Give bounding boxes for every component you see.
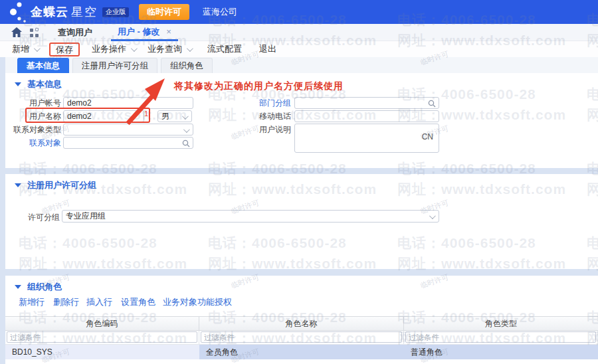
save-button-label: 保存 <box>56 45 73 54</box>
filter-input-role-name[interactable] <box>201 331 402 343</box>
table-filter-row <box>5 331 598 345</box>
license-group-label: 许可分组 <box>11 211 60 223</box>
annotation-arrow <box>118 74 173 128</box>
chevron-down-icon <box>182 113 189 120</box>
subtab-basic-info[interactable]: 基本信息 <box>17 58 69 73</box>
business-operation-button[interactable]: 业务操作 <box>92 43 136 55</box>
object-auth-button[interactable]: 业务对象功能授权 <box>163 296 232 308</box>
toolbar: 新增 保存 业务操作 业务查询 流式配置 退出 <box>0 41 598 57</box>
user-desc-label: 用户说明 <box>225 124 291 136</box>
tab-close-icon[interactable]: × <box>166 27 171 37</box>
section-title: 注册用户许可分组 <box>27 179 96 191</box>
table-header-row: 角色编码 角色名称 角色类型 <box>5 316 598 331</box>
logo-text-main: 金蝶云 <box>31 4 68 20</box>
new-button-label: 新增 <box>12 43 29 55</box>
flow-config-button[interactable]: 流式配置 <box>207 43 242 55</box>
role-table: 角色编码 角色名称 角色类型 BD10_SYS 全员角色 普通角色 <box>5 316 598 359</box>
cell-role-name[interactable]: 全员角色 <box>199 345 404 359</box>
table-row[interactable]: BD10_SYS 全员角色 普通角色 <box>5 345 598 359</box>
section-title: 组织角色 <box>27 281 62 293</box>
chevron-down-icon <box>183 126 190 133</box>
tab-label: 查询用户 <box>58 27 92 37</box>
set-role-button[interactable]: 设置角色 <box>121 296 155 308</box>
user-desc-textarea[interactable]: CN <box>294 124 439 153</box>
license-group-panel: 注册用户许可分组 许可分组 专业应用组 <box>5 174 598 269</box>
company-name[interactable]: 蓝海公司 <box>203 6 237 18</box>
mobile-label: 移动电话 <box>225 110 291 122</box>
contact-type-label: 联系对象类型 <box>11 124 61 136</box>
tab-query-user[interactable]: 查询用户 <box>51 24 99 41</box>
column-header-role-code: 角色编码 <box>5 316 199 331</box>
org-role-section-header[interactable]: 组织角色 <box>15 281 62 293</box>
panel-gap <box>0 168 598 174</box>
flow-config-label: 流式配置 <box>207 43 242 55</box>
chevron-down-icon <box>34 45 41 52</box>
chevron-down-icon <box>131 45 138 52</box>
license-group-section-header[interactable]: 注册用户许可分组 <box>15 179 96 191</box>
section-title: 基本信息 <box>27 78 62 90</box>
mobile-input[interactable] <box>294 110 439 122</box>
column-header-role-name: 角色名称 <box>199 316 404 331</box>
edition-badge: 企业版 <box>102 7 129 17</box>
business-operation-label: 业务操作 <box>92 43 126 55</box>
dept-group-link-label[interactable]: 部门分组 <box>225 97 291 109</box>
subtab-org-role[interactable]: 组织角色 <box>161 58 213 73</box>
exit-label: 退出 <box>259 43 276 55</box>
collapse-caret-icon <box>15 285 21 289</box>
delete-row-button[interactable]: 删除行 <box>53 296 79 308</box>
add-row-button[interactable]: 新增行 <box>19 296 45 308</box>
exit-button[interactable]: 退出 <box>259 43 276 55</box>
subtab-bar: 基本信息 注册用户许可分组 组织角色 <box>0 57 598 73</box>
account-label: 用户帐号 <box>11 97 61 109</box>
license-group-value: 专业应用组 <box>66 211 106 221</box>
panel-gap <box>0 269 598 276</box>
tab-user-modify[interactable]: 用户 - 修改 × <box>111 24 178 41</box>
save-button[interactable]: 保存 <box>49 43 80 56</box>
license-group-select[interactable]: 专业应用组 <box>62 210 439 223</box>
insert-row-button[interactable]: 插入行 <box>86 296 112 308</box>
collapse-caret-icon <box>15 183 21 187</box>
app-header: 金蝶云 星空 企业版 临时许可 蓝海公司 <box>0 0 598 24</box>
basic-info-section-header[interactable]: 基本信息 <box>15 78 62 90</box>
app-window: 金蝶云 星空 企业版 临时许可 蓝海公司 查询用户 用户 - 修改 × 新增 保… <box>0 0 598 364</box>
chevron-down-icon <box>429 213 436 219</box>
home-icon[interactable] <box>11 27 22 37</box>
search-icon[interactable] <box>182 139 190 147</box>
basic-info-panel: 基本信息 将其修改为正确的用户名方便后续使用 1 用户帐号 用户名称 男 联系对… <box>5 73 598 168</box>
filter-input-role-code[interactable] <box>7 331 197 343</box>
temp-license-button[interactable]: 临时许可 <box>139 4 189 20</box>
collapse-caret-icon <box>15 82 21 86</box>
kingdee-logo-icon <box>8 1 28 23</box>
contact-lookup-field[interactable] <box>63 137 193 149</box>
dept-group-lookup-field[interactable] <box>294 97 439 109</box>
new-button[interactable]: 新增 <box>12 43 39 55</box>
left-gutter <box>0 57 5 364</box>
logo-text-sub: 星空 <box>71 4 98 20</box>
username-label: 用户名称 <box>11 110 61 122</box>
business-query-button[interactable]: 业务查询 <box>148 43 191 55</box>
annotation-text: 将其修改为正确的用户名方便后续使用 <box>174 80 344 92</box>
apps-grid-icon[interactable] <box>30 28 39 37</box>
tab-label: 用户 - 修改 <box>118 27 160 37</box>
tab-bar: 查询用户 用户 - 修改 × <box>0 24 598 41</box>
chevron-down-icon <box>187 45 193 52</box>
org-role-panel: 组织角色 新增行 删除行 插入行 设置角色 业务对象功能授权 角色编码 角色名称… <box>5 276 598 364</box>
annotation-marker: 1 <box>144 110 148 118</box>
contact-link-label[interactable]: 联系对象 <box>11 137 61 149</box>
column-header-role-type: 角色类型 <box>404 316 598 331</box>
business-query-label: 业务查询 <box>148 43 182 55</box>
subtab-license-group[interactable]: 注册用户许可分组 <box>72 58 157 73</box>
cell-role-type[interactable]: 普通角色 <box>404 345 598 359</box>
filter-input-role-type[interactable] <box>405 331 596 343</box>
search-icon[interactable] <box>428 100 436 108</box>
cell-role-code[interactable]: BD10_SYS <box>5 345 199 359</box>
